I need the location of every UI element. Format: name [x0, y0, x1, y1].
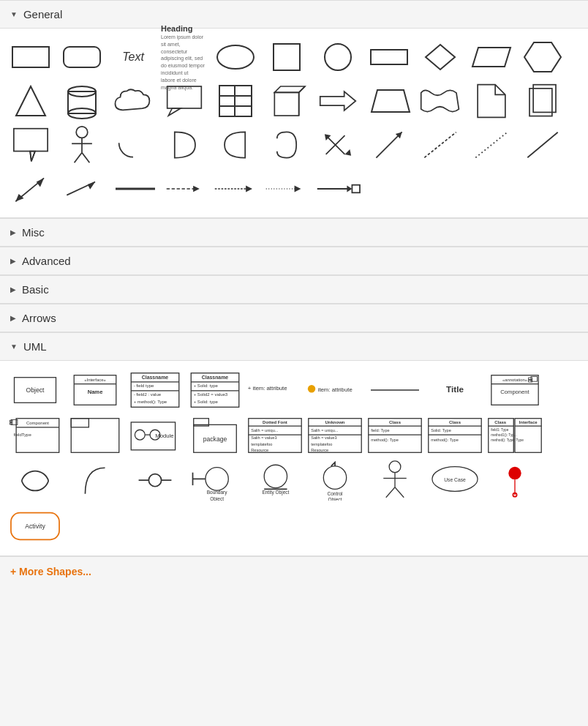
uml-provided-interface[interactable]	[126, 459, 184, 503]
section-header-uml[interactable]: ▼ UML	[0, 332, 588, 361]
section-label-arrows: Arrows	[22, 312, 56, 324]
svg-marker-14	[168, 108, 181, 116]
shape-person[interactable]	[57, 124, 107, 166]
uml-package[interactable]: package	[186, 413, 244, 457]
shape-dashed-line2[interactable]	[467, 124, 516, 166]
uml-class3[interactable]: Dotted Font Salih = uniqu... Salih = val…	[246, 413, 304, 457]
shape-rectangle-rounded[interactable]	[57, 36, 107, 78]
uml-object[interactable]: Object	[6, 368, 64, 412]
shape-dashed-line1[interactable]	[415, 124, 465, 166]
uml-class6[interactable]: Class Solid: Type method(): Type	[426, 413, 484, 457]
shape-callout[interactable]	[159, 80, 209, 122]
svg-line-21	[299, 86, 305, 92]
uml-component[interactable]: «annotation» Component	[486, 368, 544, 412]
shape-text[interactable]: Text	[108, 36, 158, 78]
svg-text:Module: Module	[155, 433, 173, 439]
uml-item-attribute2[interactable]: item: attribute	[306, 368, 364, 412]
uml-separator[interactable]	[366, 368, 424, 412]
chevron-misc: ▶	[10, 228, 16, 236]
shape-ellipse[interactable]	[211, 36, 260, 78]
uml-class5[interactable]: Class field: Type method(): Type	[366, 413, 424, 457]
shape-arrow-connector[interactable]	[159, 168, 209, 210]
uml-control[interactable]: Control Object	[306, 459, 364, 503]
shape-cylinder[interactable]	[57, 80, 107, 122]
shape-document2[interactable]	[518, 80, 568, 122]
svg-marker-24	[372, 90, 410, 112]
uml-shapes-grid: Object «Interface» Name Classname - fiel…	[6, 368, 582, 548]
shape-cloud[interactable]	[108, 80, 158, 122]
svg-text:Classname: Classname	[142, 375, 168, 380]
section-header-arrows[interactable]: ▶ Arrows	[0, 304, 588, 332]
uml-circle[interactable]	[6, 459, 64, 503]
section-header-general[interactable]: ▼ General	[0, 0, 588, 29]
uml-class7[interactable]: Class Interface field1: Type method1(): …	[486, 413, 544, 457]
uml-module[interactable]: Module	[126, 413, 184, 457]
shape-square[interactable]	[262, 36, 312, 78]
uml-use-case[interactable]: Use Case	[426, 459, 484, 503]
shape-arrow-right[interactable]	[313, 80, 363, 122]
shape-d-shape[interactable]	[159, 124, 209, 166]
uml-actor[interactable]	[366, 459, 424, 503]
shape-s-curve[interactable]	[262, 124, 312, 166]
shape-rectangle-small[interactable]	[6, 36, 56, 78]
shape-arc[interactable]	[108, 124, 158, 166]
shape-rectangle-thin[interactable]	[364, 36, 414, 78]
svg-text:Use Case: Use Case	[444, 477, 466, 482]
section-header-basic[interactable]: ▶ Basic	[0, 275, 588, 304]
svg-line-40	[424, 132, 456, 158]
shape-line-connector[interactable]	[108, 168, 158, 210]
uml-frame[interactable]	[66, 413, 124, 457]
section-label-uml: UML	[23, 340, 47, 353]
more-shapes-label: + More Shapes...	[10, 566, 91, 577]
shape-cube[interactable]	[262, 80, 312, 122]
shape-line-diagonal[interactable]	[518, 124, 568, 166]
svg-text:Boundary: Boundary	[207, 490, 228, 495]
svg-text:field1: Type: field1: Type	[491, 428, 508, 432]
section-header-advanced[interactable]: ▶ Advanced	[0, 247, 588, 275]
shape-arrow-connector2[interactable]	[211, 168, 260, 210]
uml-entity[interactable]: Entity Object	[246, 459, 304, 503]
svg-marker-8	[524, 42, 561, 72]
uml-class4[interactable]: Unknown Salih = uniqu... Salih = value3 …	[306, 413, 364, 457]
svg-point-166	[508, 467, 521, 479]
shape-hexagon[interactable]	[518, 36, 568, 78]
svg-text:Solid: Type: Solid: Type	[431, 428, 451, 433]
shape-circle[interactable]	[313, 36, 363, 78]
uml-component2[interactable]: Component fieldType	[6, 413, 64, 457]
shape-arrow-connector4[interactable]	[313, 168, 363, 210]
uml-boundary[interactable]: Boundary Object	[186, 459, 244, 503]
svg-text:- field2 : value: - field2 : value	[134, 392, 162, 397]
shape-trapezoid[interactable]	[364, 80, 414, 122]
svg-text:Component: Component	[26, 421, 49, 425]
shape-arrow-diagonal2[interactable]	[6, 168, 56, 210]
uml-arc2[interactable]	[66, 459, 124, 503]
shape-table[interactable]	[211, 80, 260, 122]
shape-arrow-single[interactable]	[57, 168, 107, 210]
shape-arrow-diagonal[interactable]	[364, 124, 414, 166]
shape-heading[interactable]: Heading Lorem ipsum dolor sit amet,conse…	[159, 36, 209, 78]
uml-initial-state[interactable]	[486, 459, 544, 503]
section-header-misc[interactable]: ▶ Misc	[0, 218, 588, 247]
svg-marker-23	[320, 91, 356, 111]
uml-class2[interactable]: Classname + Solid: type + Solid2 = value…	[186, 368, 244, 412]
uml-item-attribute[interactable]: + item: attribute	[246, 368, 304, 412]
more-shapes-button[interactable]: + More Shapes...	[0, 556, 588, 586]
shape-d-shape2[interactable]	[211, 124, 260, 166]
svg-point-79	[308, 385, 315, 392]
shape-arrow-connector3[interactable]	[262, 168, 312, 210]
shape-triangle[interactable]	[6, 80, 56, 122]
uml-interface[interactable]: «Interface» Name	[66, 368, 124, 412]
shape-arrow-bidirectional[interactable]	[313, 124, 363, 166]
uml-title[interactable]: Title	[426, 368, 484, 412]
shape-callout2[interactable]	[6, 124, 56, 166]
svg-rect-56	[352, 185, 360, 193]
shape-document[interactable]	[467, 80, 516, 122]
uml-activity[interactable]: Activity	[6, 504, 64, 548]
shape-wave[interactable]	[415, 80, 465, 122]
shape-parallelogram[interactable]	[467, 36, 516, 78]
shape-diamond[interactable]	[415, 36, 465, 78]
svg-point-31	[76, 127, 88, 138]
svg-line-29	[30, 151, 31, 162]
svg-point-100	[135, 430, 145, 440]
uml-class[interactable]: Classname - field type - field2 : value …	[126, 368, 184, 412]
